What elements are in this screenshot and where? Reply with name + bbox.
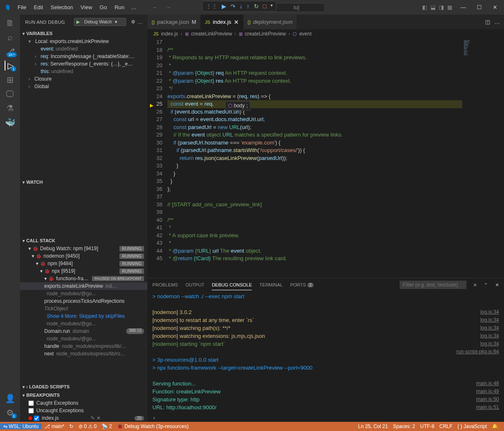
scope-global[interactable]: › Global (20, 83, 147, 90)
ports-status[interactable]: 📡 2 (99, 423, 114, 429)
source-control-icon[interactable]: ⎇1K+ (5, 46, 15, 56)
callstack-item[interactable]: ▾🐞functions-fra…PAUSED ON BREAKPOINT (20, 275, 147, 282)
close-icon[interactable]: ✕ (489, 3, 501, 12)
bp-uncaught-checkbox[interactable] (28, 408, 34, 413)
extensions-icon[interactable]: ⊞ (5, 75, 15, 85)
panel-tab-terminal[interactable]: TERMINAL (259, 280, 283, 290)
console-source-link[interactable]: main.js:49 (476, 388, 499, 396)
minimap[interactable]: ████ ██ █████ ███████ ██ ██████ ██████ █… (462, 38, 504, 278)
eol[interactable]: CRLF (437, 423, 455, 429)
console-source-link[interactable]: main.js:51 (476, 403, 499, 411)
callstack-root[interactable]: ▾🐞Debug Watch: npm [9419]RUNNING (20, 245, 147, 252)
menu-selection[interactable]: Selection (47, 3, 76, 12)
debug-chevron-icon[interactable]: ▾ (271, 3, 273, 10)
breadcrumb[interactable]: JSindex.js›⊞createLinkPreview›⊞createLin… (147, 29, 504, 38)
notifications-icon[interactable]: 🔔 (489, 423, 501, 429)
panel-collapse-icon[interactable]: ⌃ (484, 282, 488, 288)
cursor-position[interactable]: Ln 25, Col 21 (356, 423, 390, 429)
customize-layout-icon[interactable]: ▦ (447, 4, 452, 10)
toggle-panel-bottom-icon[interactable]: ⬓ (431, 4, 436, 10)
var-event[interactable]: event: undefined (20, 45, 147, 53)
console-prompt[interactable]: › (147, 414, 504, 422)
panel-tab-ports[interactable]: PORTS2 (290, 280, 314, 290)
stack-frame[interactable]: node_modules/@go… (20, 320, 147, 327)
panel-tab-problems[interactable]: PROBLEMS (152, 280, 178, 290)
problems-status[interactable]: ⊘ 0 ⚠ 0 (76, 423, 99, 429)
panel-tab-debug-console[interactable]: DEBUG CONSOLE (212, 280, 252, 290)
code-lines[interactable]: /** * Responds to any HTTP request relat… (167, 38, 462, 278)
nav-back-icon[interactable]: ← (152, 4, 158, 10)
variables-header[interactable]: VARIABLES (20, 29, 147, 38)
remove-icon[interactable]: ✕ (96, 415, 101, 421)
stack-frame[interactable]: node_modules/@go… (20, 290, 147, 297)
git-branch[interactable]: ⎇ main* (42, 423, 67, 429)
remote-indicator[interactable]: ⇋ WSL: Ubuntu (0, 423, 42, 429)
split-editor-icon[interactable]: ◫ (485, 19, 490, 25)
panel-close-icon[interactable]: ✕ (495, 282, 499, 288)
breadcrumb-item[interactable]: createLinkPreview (191, 31, 232, 37)
remote-explorer-icon[interactable]: 🖵 (5, 89, 15, 99)
toggle-panel-right-icon[interactable]: ◨ (439, 4, 444, 10)
edit-icon[interactable]: ✎ (91, 415, 95, 421)
menu-run[interactable]: Run (111, 3, 128, 12)
bp-file-checkbox[interactable] (34, 416, 39, 421)
minimize-icon[interactable]: — (457, 3, 469, 12)
breadcrumb-item[interactable]: event (299, 31, 312, 37)
maximize-icon[interactable]: ☐ (474, 3, 485, 12)
debug-stop-icon[interactable]: □ (263, 3, 266, 10)
loaded-scripts-header[interactable]: › LOADED SCRIPTS (20, 383, 147, 391)
console-source-link[interactable]: log.js:34 (480, 308, 499, 316)
debug-step-over-icon[interactable]: ↷ (230, 3, 236, 10)
debug-drag-icon[interactable]: ⋮⋮ (206, 3, 218, 10)
stack-frame[interactable]: handlenode_modules/express/lib/… (20, 342, 147, 350)
code-editor[interactable]: 1718192021222324▶25262728293031323334353… (147, 38, 504, 278)
stack-frame[interactable]: Domain.rundomain388:15 (20, 327, 147, 335)
debug-step-out-icon[interactable]: ↑ (247, 3, 250, 10)
debug-status[interactable]: 🐞 Debug Watch (3p-resources) (114, 423, 191, 429)
breadcrumb-item[interactable]: index.js (161, 31, 178, 37)
menu-go[interactable]: Go (96, 3, 110, 12)
docker-icon[interactable]: 🐳 (5, 117, 15, 127)
console-source-link[interactable]: log.js:34 (480, 332, 499, 340)
tab-package.json[interactable]: {}package.jsonM (147, 15, 201, 29)
debug-config-dropdown[interactable]: ▶ Debug Watch ▾ (74, 18, 126, 26)
show-more-frames[interactable]: Show 4 More: Skipped by skipFiles (20, 312, 147, 320)
menu-edit[interactable]: Edit (30, 3, 46, 12)
menu-view[interactable]: View (77, 3, 96, 12)
encoding[interactable]: UTF-8 (418, 423, 437, 429)
debug-restart-icon[interactable]: ↻ (254, 3, 259, 10)
breadcrumb-item[interactable]: createLinkPreview (245, 31, 286, 37)
scope-local[interactable]: ▾ Local: exports.createLinkPreview (20, 38, 147, 45)
console-source-link[interactable]: log.js:34 (480, 340, 499, 348)
console-source-link[interactable]: run-script-pkg.js:64 (456, 348, 499, 356)
console-filter-input[interactable] (400, 281, 466, 289)
panel-tab-output[interactable]: OUTPUT (185, 280, 204, 290)
bp-uncaught[interactable]: Uncaught Exceptions (20, 407, 147, 414)
console-source-link[interactable]: log.js:34 (480, 324, 499, 332)
console-source-link[interactable]: main.js:48 (476, 380, 499, 388)
callstack-header[interactable]: CALL STACK (20, 236, 147, 245)
toggle-panel-left-icon[interactable]: ◧ (422, 4, 427, 10)
debug-console[interactable]: > nodemon --watch ./ --exec npm start [n… (147, 292, 504, 414)
debug-step-into-icon[interactable]: ↓ (240, 3, 243, 10)
settings-gear-icon[interactable]: ⚙1 (5, 408, 15, 418)
debug-continue-icon[interactable]: ▶ (222, 3, 226, 10)
stack-frame[interactable]: node_modules/@go… (20, 335, 147, 342)
tab-more-icon[interactable]: … (494, 19, 500, 25)
panel-settings-icon[interactable]: ≡ (474, 282, 476, 287)
scope-closure[interactable]: › Closure (20, 75, 147, 83)
suggest-widget[interactable]: ⬡ body ; (225, 101, 251, 111)
var-res[interactable]: › res: ServerResponse {_events: {…}, _e… (20, 60, 147, 68)
var-req[interactable]: › req: IncomingMessage {_readableState:… (20, 53, 147, 60)
menu-file[interactable]: File (14, 3, 30, 12)
tab-close-icon[interactable]: ✕ (234, 19, 239, 25)
tab-index.js[interactable]: JSindex.js✕ (201, 15, 243, 29)
callstack-item[interactable]: ▾🐞npm [9484]RUNNING (20, 260, 147, 267)
stack-frame[interactable]: nextnode_modules/express/lib/ro… (20, 350, 147, 357)
nav-forward-icon[interactable]: → (165, 4, 171, 10)
stack-frame[interactable]: exports.createLinkPreviewind… (20, 282, 147, 290)
accounts-icon[interactable]: 👤 (5, 393, 15, 403)
command-center[interactable]: tu] (268, 3, 324, 12)
bp-caught[interactable]: Caught Exceptions (20, 399, 147, 407)
explorer-icon[interactable]: 🗎 (5, 18, 15, 28)
